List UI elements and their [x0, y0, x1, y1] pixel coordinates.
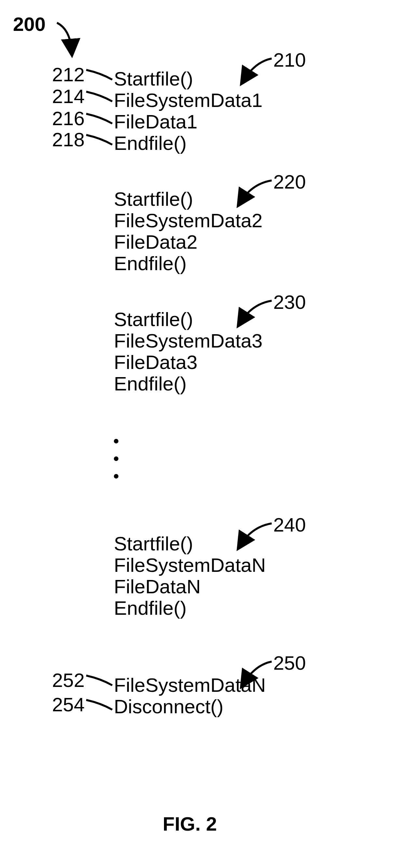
leader-arrow-250 — [241, 658, 277, 688]
dot-icon — [114, 439, 118, 443]
ref-210: 210 — [273, 49, 306, 71]
leader-arrow-200 — [52, 20, 88, 55]
ref-254: 254 — [52, 693, 85, 716]
line-endfile: Endfile() — [114, 253, 262, 274]
connector-252 — [85, 674, 114, 690]
line-filedatan: FileDataN — [114, 576, 266, 597]
ref-218: 218 — [52, 128, 85, 151]
dot-icon — [114, 474, 118, 478]
leader-arrow-240 — [237, 520, 277, 550]
dot-icon — [114, 457, 118, 461]
vertical-ellipsis — [114, 439, 118, 478]
line-filedata2: FileData2 — [114, 231, 262, 253]
ref-212: 212 — [52, 63, 85, 86]
connector-216 — [85, 112, 114, 128]
ref-216: 216 — [52, 107, 85, 130]
ref-220: 220 — [273, 171, 306, 193]
ref-214: 214 — [52, 85, 85, 107]
ref-252: 252 — [52, 669, 85, 691]
connector-218 — [85, 133, 114, 150]
line-disconnect: Disconnect() — [114, 696, 266, 717]
figure-200: 200 Startfile() FileSystemData1 FileData… — [0, 0, 394, 868]
line-endfile: Endfile() — [114, 373, 262, 395]
ref-250: 250 — [273, 652, 306, 674]
figure-number: 200 — [13, 13, 46, 35]
line-filedata1: FileData1 — [114, 111, 262, 133]
line-filesystemdata3: FileSystemData3 — [114, 330, 262, 352]
line-filedata3: FileData3 — [114, 352, 262, 373]
line-filesystemdata1: FileSystemData1 — [114, 90, 262, 111]
ref-230: 230 — [273, 291, 306, 313]
leader-arrow-210 — [241, 55, 277, 85]
leader-arrow-230 — [237, 298, 277, 327]
ref-240: 240 — [273, 514, 306, 536]
line-filesystemdatan: FileSystemDataN — [114, 555, 266, 576]
connector-214 — [85, 90, 114, 106]
connector-254 — [85, 698, 114, 715]
leader-arrow-220 — [237, 177, 277, 207]
line-filesystemdata2: FileSystemData2 — [114, 210, 262, 231]
line-startfile: Startfile() — [114, 68, 262, 90]
line-endfile: Endfile() — [114, 133, 262, 154]
line-endfile: Endfile() — [114, 597, 266, 619]
block-210: Startfile() FileSystemData1 FileData1 En… — [114, 68, 262, 154]
figure-caption: FIG. 2 — [163, 813, 217, 835]
connector-212 — [85, 68, 114, 85]
